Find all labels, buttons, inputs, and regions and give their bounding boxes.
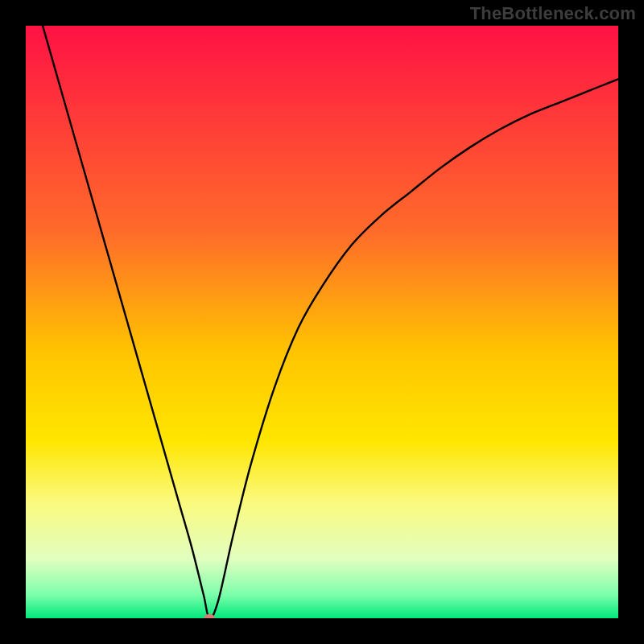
watermark-text: TheBottleneck.com [470, 3, 636, 24]
chart-svg [26, 26, 618, 618]
plot-area [26, 26, 618, 618]
chart-frame: TheBottleneck.com [0, 0, 644, 644]
